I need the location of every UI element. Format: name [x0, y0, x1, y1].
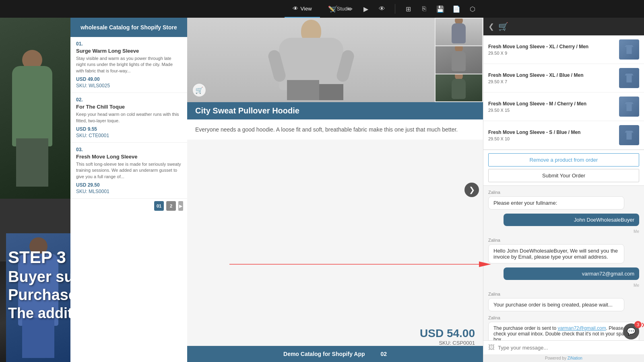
shirt-icon-1 — [625, 45, 634, 54]
add-to-cart-btn[interactable]: 🛒 — [192, 83, 206, 97]
edit-icon-btn[interactable]: ✏ — [343, 2, 356, 15]
product-thumbnails — [435, 18, 483, 102]
eye-icon-btn[interactable]: 👁 — [376, 2, 388, 15]
thumb-2[interactable] — [436, 46, 482, 73]
price-section: USD 54.00 SKU: CSP0001 — [420, 327, 475, 346]
cart-icon: 🛒 — [195, 86, 203, 94]
catalog-item-1: 01. Surge Warm Long Sleeve Stay visible … — [70, 37, 187, 93]
tab-view[interactable]: 👁 View — [285, 0, 320, 18]
main-area: 🛒 STEP 3 Buyer submit Bulk Purchase orde… — [0, 18, 644, 362]
next-product-btn[interactable]: ❯ — [464, 183, 479, 197]
order-item-thumb-3 — [619, 97, 639, 117]
toolbar-right-icons: 🛒 ✏ ▶ 👁 ⊞ ⎘ 💾 📄 ⬡ — [327, 2, 479, 15]
chat-area: Zalina Please enter your fullname: John … — [483, 186, 644, 340]
image-attach-icon[interactable]: 🖼 — [488, 344, 495, 351]
order-item-1: Fresh Move Long Sleeve - XL / Cherry / M… — [483, 35, 644, 64]
product-mannequin — [271, 20, 351, 100]
order-item-2: Fresh Move Long Sleeve - XL / Blue / Men… — [483, 64, 644, 93]
chat-avatar-button[interactable]: 💬 3 — [623, 323, 639, 339]
page-indicator-more[interactable]: ▶ — [178, 201, 183, 211]
save-icon-btn[interactable]: 💾 — [434, 2, 447, 15]
chat-msg-4: varman72@gmail.com Me — [488, 267, 639, 288]
chat-avatar-container: 💬 3 — [623, 323, 639, 339]
right-panel: ❮ 🛒 Fresh Move Long Sleeve - XL / Cherry… — [483, 18, 644, 362]
submit-order-btn[interactable]: Submit Your Order — [488, 169, 639, 182]
grid-icon-btn[interactable]: ⊞ — [402, 2, 415, 15]
chat-msg-3: Zalina Hello John DoeWholesaleBuyer, We … — [488, 238, 639, 263]
page-indicator-1[interactable]: 01 — [154, 201, 164, 211]
order-item-3: Fresh Move Long Sleeve - M / Cherry / Me… — [483, 93, 644, 121]
thumb-person-2 — [451, 46, 467, 73]
chat-msg-2: John DoeWholesaleBuyer Me — [488, 214, 639, 234]
toolbar: 👁 View ✏️ Studio 🛒 ✏ ▶ 👁 ⊞ ⎘ 💾 📄 ⬡ — [0, 0, 644, 18]
product-main-image: 🛒 — [187, 18, 435, 102]
back-button[interactable]: ❮ — [488, 22, 494, 31]
email-link[interactable]: varman72@gmail.com — [557, 325, 606, 331]
shirt-icon-4 — [625, 131, 634, 140]
export-icon-btn[interactable]: 📄 — [450, 2, 463, 15]
center-panel: 🛒 — [187, 18, 483, 362]
order-cart-icon[interactable]: 🛒 — [498, 22, 508, 31]
remove-product-btn[interactable]: Remove a product from order — [488, 153, 639, 167]
page-indicator-2[interactable]: 2 — [166, 201, 176, 211]
zination-brand: ZiNation — [568, 356, 582, 360]
person-top-left-bg — [0, 18, 70, 199]
shirt-icon-3 — [625, 102, 634, 111]
order-item-thumb-1 — [619, 39, 639, 60]
thumb-person-3 — [451, 74, 467, 101]
order-list: Fresh Move Long Sleeve - XL / Cherry / M… — [483, 35, 644, 150]
cart-icon-btn[interactable]: 🛒 — [327, 2, 340, 15]
order-item-thumb-4 — [619, 125, 639, 145]
chat-input-area: 🖼 — [483, 340, 644, 354]
right-panel-header: ❮ 🛒 — [483, 18, 644, 35]
slide-nav: 01 2 ▶ — [70, 199, 187, 211]
catalog-item-2: 02. For The Chill Toque Keep your head w… — [70, 93, 187, 143]
separator — [395, 4, 395, 14]
order-item-4: Fresh Move Long Sleeve - S / Blue / Men … — [483, 121, 644, 150]
catalog-item-3: 03. Fresh Move Long Sleeve This soft lon… — [70, 143, 187, 199]
final-message-bubble: The purchase order is sent to varman72@g… — [488, 322, 639, 340]
order-item-thumb-2 — [619, 68, 639, 88]
chat-msg-5: Zalina Your purchase order is being crea… — [488, 292, 639, 311]
shirt-icon-2 — [625, 74, 634, 82]
notification-badge: 3 — [634, 321, 642, 328]
product-description: Everyone needs a good hoodie. A loose fi… — [187, 119, 483, 140]
bottom-bar: Demo Catalog for Shopify App 02 — [187, 346, 483, 362]
catalog-card: wholesale Catalog for Shopify Store 01. … — [70, 18, 187, 362]
thumb-person-1 — [451, 19, 467, 45]
catalog-header: wholesale Catalog for Shopify Store — [70, 18, 187, 37]
product-images-area: 🛒 — [187, 18, 483, 102]
chat-msg-6: Zalina The purchase order is sent to var… — [488, 315, 639, 340]
thumb-1[interactable] — [436, 19, 482, 45]
thumb-3[interactable] — [436, 74, 482, 101]
left-panel: 🛒 STEP 3 Buyer submit Bulk Purchase orde… — [0, 18, 187, 362]
eye-icon: 👁 — [293, 5, 298, 12]
share-icon-btn[interactable]: ⎘ — [418, 2, 431, 15]
person-figure-1 — [8, 50, 56, 191]
product-name-banner: City Sweat Pullover Hoodie — [187, 102, 483, 119]
chat-msg-1: Zalina Please enter your fullname: — [488, 190, 639, 210]
chat-footer: Powered by ZiNation — [483, 354, 644, 362]
cube-icon-btn[interactable]: ⬡ — [466, 2, 479, 15]
play-icon-btn[interactable]: ▶ — [359, 2, 372, 15]
chat-message-input[interactable] — [498, 345, 639, 351]
order-actions: Remove a product from order Submit Your … — [483, 150, 644, 186]
